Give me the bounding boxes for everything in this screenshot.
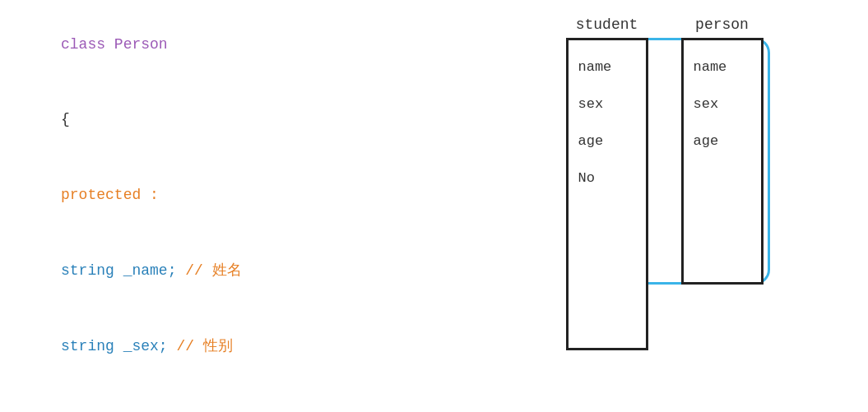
code-text: class Person xyxy=(52,36,167,53)
student-field-no: No xyxy=(575,160,639,197)
person-column: name sex age xyxy=(681,38,764,285)
student-field-sex: sex xyxy=(575,86,639,123)
student-field-name: name xyxy=(575,49,639,86)
code-text: { xyxy=(52,111,70,127)
student-fields: name sex age No xyxy=(569,40,646,205)
code-line-1: class Person xyxy=(16,7,444,82)
code-comment: // 姓名 xyxy=(185,262,241,279)
code-line-3: protected : xyxy=(16,158,444,234)
student-label: student xyxy=(550,16,665,33)
person-field-age: age xyxy=(690,123,754,160)
person-fields: name sex age xyxy=(684,40,761,168)
code-text: protected : xyxy=(52,187,159,203)
person-field-name: name xyxy=(690,49,754,86)
code-comment: // 性别 xyxy=(176,338,232,354)
code-line-4: string _name; // 姓名 xyxy=(16,233,444,308)
diagram-labels: student person xyxy=(550,16,780,33)
person-field-sex: sex xyxy=(690,86,754,123)
code-text: string _sex; xyxy=(52,338,176,354)
diagram-panel: student person name sex age No name sex … xyxy=(461,0,868,379)
code-panel: class Person { protected : string _name;… xyxy=(0,0,461,412)
student-column: name sex age No xyxy=(566,38,648,350)
code-line-6: int _age; // 年龄 xyxy=(16,384,444,412)
code-line-5: string _sex; // 性别 xyxy=(16,308,444,384)
diagram-wrapper: name sex age No name sex age xyxy=(541,38,788,363)
code-line-2: { xyxy=(16,82,444,158)
person-label: person xyxy=(665,16,780,33)
student-field-age: age xyxy=(575,123,639,160)
code-text: string _name; xyxy=(52,262,185,279)
